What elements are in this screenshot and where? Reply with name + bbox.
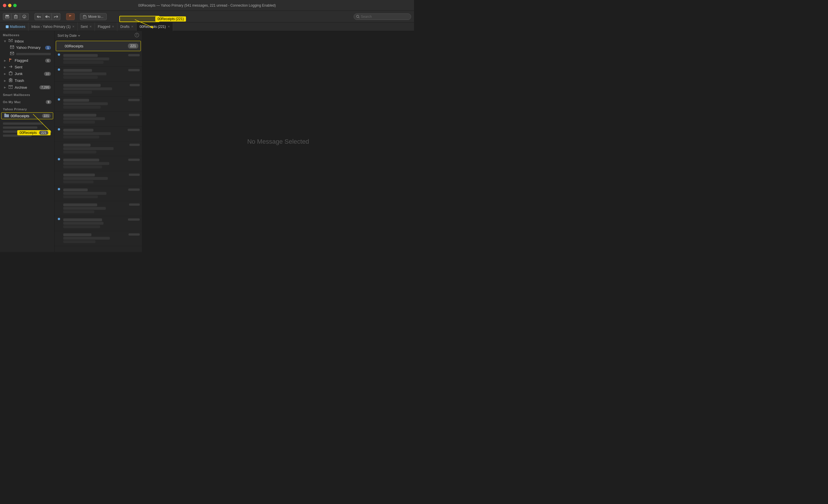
- smart-mailboxes-header: Smart Mailboxes: [0, 91, 54, 98]
- message-row[interactable]: [55, 186, 142, 201]
- svg-point-12: [357, 15, 359, 17]
- message-row[interactable]: [55, 52, 142, 67]
- reply-button[interactable]: [35, 13, 43, 20]
- archive-icon: [8, 85, 13, 90]
- folder-row-label: 00Receipts: [65, 44, 83, 48]
- info-button[interactable]: [134, 33, 139, 38]
- inbox-icon: [8, 39, 13, 43]
- move-to-button[interactable]: Move to...: [80, 13, 107, 20]
- sent-label: Sent: [15, 65, 51, 69]
- on-my-mac-badge: 9: [46, 100, 51, 104]
- archive-buttons: [3, 13, 29, 20]
- svg-rect-30: [9, 85, 13, 86]
- trash-icon: [8, 78, 13, 83]
- folder-icon: [4, 113, 9, 118]
- tab-close-icon[interactable]: ✕: [72, 25, 75, 28]
- svg-point-10: [24, 17, 25, 17]
- message-row[interactable]: [55, 156, 142, 171]
- tab-close-icon[interactable]: ✕: [131, 25, 133, 28]
- archive-badge: 7,295: [39, 85, 51, 89]
- minimize-button[interactable]: [8, 4, 11, 7]
- message-row[interactable]: [55, 111, 142, 127]
- svg-rect-3: [14, 15, 17, 18]
- junk-button[interactable]: [20, 13, 29, 20]
- message-row[interactable]: [55, 141, 142, 156]
- svg-rect-0: [5, 15, 9, 16]
- yahoo-primary-section-header: Yahoo Primary: [0, 105, 54, 112]
- message-row[interactable]: [55, 216, 142, 231]
- sidebar-item-trash[interactable]: ▶ Trash: [1, 77, 53, 84]
- sidebar-item-archive[interactable]: ▶ Archive 7,295: [1, 84, 53, 91]
- message-row[interactable]: [55, 201, 142, 216]
- forward-button[interactable]: [52, 13, 60, 20]
- account2-icon: [10, 52, 14, 56]
- junk-icon: [8, 71, 13, 76]
- account2-label: [16, 53, 51, 55]
- tab-mailboxes[interactable]: Mailboxes: [3, 22, 29, 31]
- window-title: 00Receipts — Yahoo Primary (541 messages…: [138, 3, 276, 7]
- tab-drafts[interactable]: Drafts ✕: [117, 22, 136, 31]
- message-detail: No Message Selected: [142, 31, 414, 252]
- fullscreen-button[interactable]: [13, 4, 17, 7]
- sidebar-item-00receipts[interactable]: 00Receipts 221: [1, 112, 53, 119]
- on-my-mac-header: On My Mac 9: [0, 98, 54, 105]
- archive-label: Archive: [15, 85, 38, 90]
- archive-button[interactable]: [3, 13, 11, 20]
- message-row[interactable]: [55, 171, 142, 186]
- flagged-label: Flagged: [15, 58, 43, 63]
- toolbar: Move to... Search: [0, 11, 414, 22]
- mailboxes-header: Mailboxes: [0, 31, 54, 38]
- sent-icon: [8, 65, 13, 69]
- sidebar-item-yahoo-primary[interactable]: Yahoo Primary 1: [1, 45, 53, 51]
- message-list-header: Sort by Date: [55, 31, 142, 40]
- flag-button[interactable]: [66, 13, 75, 20]
- tab-bar: Mailboxes Inbox - Yahoo Primary (1) ✕ Se…: [0, 22, 414, 31]
- svg-point-34: [136, 34, 137, 35]
- yahoo-primary-label: Yahoo Primary: [16, 45, 43, 50]
- yahoo-icon: [10, 45, 14, 50]
- tab-close-icon[interactable]: ✕: [112, 25, 114, 28]
- nav-buttons: [35, 13, 60, 20]
- tab-sent[interactable]: Sent ✕: [78, 22, 95, 31]
- move-to-label: Move to...: [88, 15, 104, 19]
- search-bar[interactable]: Search: [354, 13, 411, 20]
- svg-line-13: [359, 17, 360, 18]
- message-row[interactable]: [55, 82, 142, 97]
- close-button[interactable]: [3, 4, 6, 7]
- flagged-icon: [8, 58, 13, 63]
- flagged-badge: 6: [45, 59, 51, 63]
- folder-badge: 221: [42, 114, 51, 118]
- svg-rect-11: [83, 16, 87, 18]
- traffic-lights: [3, 4, 17, 7]
- message-row[interactable]: [55, 231, 142, 246]
- sidebar-item-inbox[interactable]: ▶ Inbox: [1, 38, 53, 44]
- junk-badge: 10: [44, 72, 51, 76]
- tab-inbox[interactable]: Inbox - Yahoo Primary (1) ✕: [29, 22, 78, 31]
- archive-expand: ▶: [4, 86, 6, 89]
- sidebar-item-account2[interactable]: [1, 51, 53, 57]
- sort-label: Sort by Date: [57, 34, 77, 38]
- message-row[interactable]: [55, 127, 142, 141]
- main-layout: Mailboxes ▶ Inbox Yahoo Primary 1: [0, 31, 414, 252]
- sidebar-item-flagged[interactable]: ▶ Flagged 6: [1, 57, 53, 64]
- reply-all-button[interactable]: [43, 13, 52, 20]
- svg-rect-20: [9, 72, 12, 75]
- tab-close-icon[interactable]: ✕: [168, 25, 170, 28]
- tab-flagged[interactable]: Flagged ✕: [95, 22, 117, 31]
- sort-button[interactable]: Sort by Date: [57, 34, 80, 38]
- tab-00receipts[interactable]: 00Receipts (221) ✕: [136, 22, 173, 31]
- trash-expand: ▶: [4, 79, 6, 82]
- flagged-expand: ▶: [4, 59, 6, 62]
- message-list: Sort by Date 00Receipts 221: [55, 31, 142, 252]
- sidebar-item-sent[interactable]: ▶ Sent: [1, 64, 53, 70]
- message-row-folder[interactable]: 00Receipts 221: [56, 41, 141, 51]
- message-row[interactable]: [55, 97, 142, 111]
- message-row[interactable]: [55, 67, 142, 82]
- junk-expand: ▶: [4, 73, 6, 75]
- msg-folder-name: 00Receipts: [65, 44, 122, 48]
- tab-close-icon[interactable]: ✕: [89, 25, 92, 28]
- mailboxes-icon: [6, 25, 9, 28]
- sidebar-item-junk[interactable]: ▶ Junk 10: [1, 71, 53, 77]
- delete-button[interactable]: [11, 13, 20, 20]
- search-placeholder: Search: [361, 15, 372, 19]
